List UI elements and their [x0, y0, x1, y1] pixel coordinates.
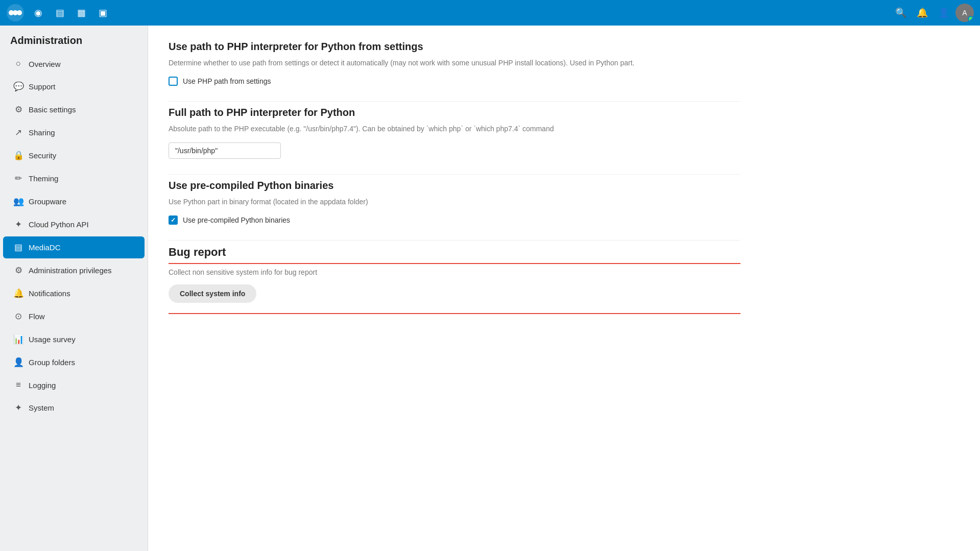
bug-report-divider: [169, 313, 740, 314]
sidebar-item-label: Groupware: [29, 197, 66, 206]
section-title-full-php-path: Full path to PHP interpreter for Python: [169, 107, 740, 118]
sidebar-item-group-folders[interactable]: 👤 Group folders: [3, 351, 145, 373]
contacts-icon[interactable]: 👤: [934, 3, 953, 22]
sharing-icon: ↗: [13, 127, 23, 138]
checkbox-label-use-php-path: Use PHP path from settings: [183, 77, 271, 85]
sidebar-item-label: Flow: [29, 312, 45, 321]
section-desc-php-interpreter: Determine whether to use path from setti…: [169, 58, 740, 68]
sidebar-item-groupware[interactable]: 👥 Groupware: [3, 190, 145, 212]
main-content: Use path to PHP interpreter for Python f…: [148, 26, 980, 551]
groupware-icon: 👥: [13, 196, 23, 207]
navbar: ◉ ▤ ▦ ▣ 🔍 🔔 👤 A: [0, 0, 980, 26]
system-icon: ✦: [13, 402, 23, 413]
sidebar: Administration ○ Overview 💬 Support ⚙ Ba…: [0, 26, 148, 551]
sidebar-item-logging[interactable]: ≡ Logging: [3, 374, 145, 396]
section-full-php-path: Full path to PHP interpreter for Python …: [169, 107, 740, 175]
calendar-icon[interactable]: ▣: [93, 3, 112, 22]
sidebar-item-notifications[interactable]: 🔔 Notifications: [3, 282, 145, 304]
sidebar-item-usage-survey[interactable]: 📊 Usage survey: [3, 328, 145, 350]
avatar[interactable]: A: [955, 4, 974, 22]
sidebar-item-label: Theming: [29, 174, 58, 183]
sidebar-item-label: Sharing: [29, 128, 55, 137]
sidebar-item-label: MediaDC: [29, 243, 61, 252]
sidebar-item-label: System: [29, 403, 54, 412]
sidebar-item-label: Overview: [29, 60, 61, 68]
sidebar-item-security[interactable]: 🔒 Security: [3, 145, 145, 166]
admin-priv-icon: ⚙: [13, 265, 23, 276]
sidebar-item-mediadc[interactable]: ▤ MediaDC: [3, 236, 145, 258]
section-desc-full-php-path: Absolute path to the PHP executable (e.g…: [169, 124, 740, 134]
cloud-python-icon: ✦: [13, 219, 23, 230]
overview-icon: ○: [13, 59, 23, 69]
sidebar-item-sharing[interactable]: ↗ Sharing: [3, 122, 145, 143]
section-desc-precompiled: Use Python part in binary format (locate…: [169, 197, 740, 207]
sidebar-item-cloud-python-api[interactable]: ✦ Cloud Python API: [3, 213, 145, 235]
sidebar-item-support[interactable]: 💬 Support: [3, 76, 145, 98]
section-php-interpreter-settings: Use path to PHP interpreter for Python f…: [169, 41, 740, 102]
sidebar-item-overview[interactable]: ○ Overview: [3, 53, 145, 75]
notifications-sidebar-icon: 🔔: [13, 288, 23, 299]
navbar-left: ◉ ▤ ▦ ▣: [6, 3, 112, 22]
dashboard-icon[interactable]: ◉: [29, 3, 48, 22]
files-icon[interactable]: ▤: [50, 3, 69, 22]
checkbox-row-use-php-path: Use PHP path from settings: [169, 77, 740, 86]
support-icon: 💬: [13, 81, 23, 92]
php-path-input[interactable]: [169, 142, 281, 159]
sidebar-item-label: Usage survey: [29, 335, 76, 344]
group-folders-icon: 👤: [13, 357, 23, 368]
photos-icon[interactable]: ▦: [71, 3, 91, 22]
sidebar-item-flow[interactable]: ⊙ Flow: [3, 305, 145, 327]
section-title-php-interpreter: Use path to PHP interpreter for Python f…: [169, 41, 740, 53]
sidebar-item-theming[interactable]: ✏ Theming: [3, 167, 145, 189]
online-indicator: [968, 16, 974, 22]
navbar-app-icons: ◉ ▤ ▦ ▣: [29, 3, 112, 22]
sidebar-title: Administration: [0, 26, 148, 53]
section-bug-report: Bug report Collect non sensitive system …: [169, 246, 740, 324]
nextcloud-logo[interactable]: [6, 4, 25, 22]
sidebar-item-label: Security: [29, 151, 56, 160]
notifications-icon[interactable]: 🔔: [913, 3, 932, 22]
flow-icon: ⊙: [13, 311, 23, 322]
search-icon[interactable]: 🔍: [891, 3, 911, 22]
sidebar-item-administration-privileges[interactable]: ⚙ Administration privileges: [3, 259, 145, 281]
security-icon: 🔒: [13, 150, 23, 161]
section-title-precompiled: Use pre-compiled Python binaries: [169, 180, 740, 191]
sidebar-item-label: Basic settings: [29, 105, 76, 114]
sidebar-item-system[interactable]: ✦ System: [3, 397, 145, 419]
checkbox-use-php-path[interactable]: [169, 77, 178, 86]
sidebar-item-label: Notifications: [29, 289, 70, 298]
sidebar-item-label: Support: [29, 82, 56, 91]
section-precompiled-binaries: Use pre-compiled Python binaries Use Pyt…: [169, 180, 740, 241]
collect-system-info-button[interactable]: Collect system info: [169, 284, 256, 303]
basic-settings-icon: ⚙: [13, 104, 23, 115]
logging-icon: ≡: [13, 380, 23, 390]
sidebar-item-basic-settings[interactable]: ⚙ Basic settings: [3, 99, 145, 121]
app-layout: Administration ○ Overview 💬 Support ⚙ Ba…: [0, 26, 980, 551]
checkbox-row-precompiled: Use pre-compiled Python binaries: [169, 215, 740, 225]
usage-survey-icon: 📊: [13, 334, 23, 345]
bug-report-title: Bug report: [169, 246, 740, 264]
checkbox-label-precompiled: Use pre-compiled Python binaries: [183, 216, 290, 224]
sidebar-item-label: Logging: [29, 381, 56, 390]
checkbox-use-precompiled[interactable]: [169, 215, 178, 225]
mediadc-icon: ▤: [13, 242, 23, 253]
svg-point-3: [13, 10, 18, 15]
bug-report-desc: Collect non sensitive system info for bu…: [169, 268, 740, 276]
sidebar-item-label: Administration privileges: [29, 266, 112, 275]
content-inner: Use path to PHP interpreter for Python f…: [148, 26, 761, 345]
sidebar-item-label: Cloud Python API: [29, 220, 89, 229]
theming-icon: ✏: [13, 173, 23, 184]
navbar-right: 🔍 🔔 👤 A: [891, 3, 974, 22]
sidebar-item-label: Group folders: [29, 358, 75, 367]
